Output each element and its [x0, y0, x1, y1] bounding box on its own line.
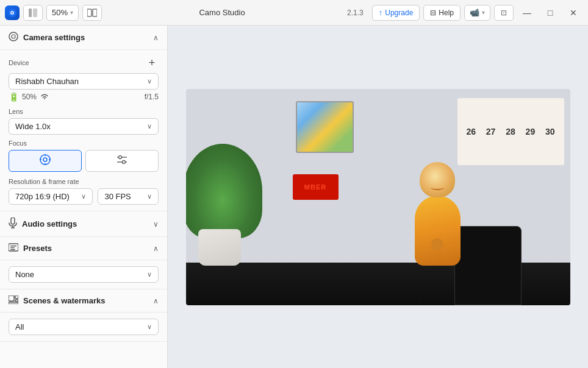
- upgrade-label: Upgrade: [385, 9, 413, 17]
- preview-area: MBER 26 27 28 29 30: [168, 26, 588, 368]
- focus-buttons: [9, 150, 159, 172]
- buddha-smile: [431, 185, 444, 190]
- camera-settings-label: Camera settings: [23, 33, 85, 42]
- audio-settings-chevron-icon: ∨: [153, 220, 159, 228]
- scenes-watermarks-section-header[interactable]: Scenes & watermarks ∧: [0, 289, 167, 313]
- svg-point-7: [9, 32, 18, 41]
- wifi-icon: [40, 93, 49, 102]
- app-title: Camo Studio: [106, 8, 339, 17]
- preview-scene: MBER 26 27 28 29 30: [186, 89, 570, 305]
- video-camera-icon: 📹: [470, 8, 479, 17]
- svg-rect-6: [93, 9, 97, 16]
- focus-manual-button[interactable]: [85, 150, 159, 172]
- phone-device: [454, 226, 522, 305]
- svg-point-10: [43, 158, 47, 161]
- camera-settings-icon: [9, 32, 18, 43]
- aperture-value: f/1.5: [145, 93, 159, 101]
- framerate-dropdown[interactable]: 30 FPS ∨: [98, 188, 159, 205]
- device-label: Device: [9, 59, 29, 66]
- svg-rect-19: [11, 218, 15, 224]
- svg-rect-26: [9, 295, 14, 301]
- svg-point-18: [123, 161, 126, 164]
- lens-value: Wide 1.0x: [15, 122, 51, 131]
- plant: [198, 229, 241, 266]
- scenes-dropdown[interactable]: All ∨: [9, 319, 159, 335]
- device-row: Device +: [9, 56, 159, 69]
- cal-29: 29: [522, 127, 539, 136]
- scenes-watermarks-label: Scenes & watermarks: [23, 296, 105, 305]
- device-dropdown[interactable]: Rishabh Chauhan ∨: [9, 73, 159, 90]
- device-value: Rishabh Chauhan: [15, 77, 79, 86]
- help-icon: ⊟: [430, 9, 436, 17]
- lens-dropdown-arrow-icon: ∨: [147, 122, 152, 130]
- camera-dropdown-arrow: ▾: [482, 9, 485, 16]
- svg-point-9: [40, 155, 50, 165]
- camera-preview: MBER 26 27 28 29 30: [186, 89, 570, 305]
- zoom-value: 50%: [52, 8, 68, 17]
- battery-pct: 50%: [22, 93, 37, 101]
- help-button[interactable]: ⊟ Help: [423, 5, 461, 21]
- svg-rect-25: [10, 249, 15, 250]
- main-content: Camera settings ∧ Device + Rishabh Chauh…: [0, 26, 588, 368]
- split-view-button[interactable]: [82, 5, 102, 21]
- minimize-button[interactable]: —: [517, 5, 537, 21]
- calendar: 26 27 28 29 30: [457, 98, 564, 165]
- plant-leaves: [186, 144, 262, 238]
- pot-body: [198, 229, 241, 266]
- lens-dropdown[interactable]: Wide 1.0x ∨: [9, 118, 159, 135]
- presets-label: Presets: [23, 244, 52, 253]
- focus-target-icon: [39, 154, 51, 168]
- battery-icon: 🔋: [9, 92, 19, 102]
- buddha-hands: [431, 238, 443, 250]
- svg-rect-29: [9, 302, 18, 304]
- app-logo: [5, 5, 20, 20]
- presets-icon: [9, 243, 18, 253]
- help-label: Help: [439, 9, 454, 17]
- focus-auto-button[interactable]: [9, 150, 82, 172]
- framerate-arrow-icon: ∨: [147, 193, 152, 200]
- presets-chevron-icon: ∧: [153, 244, 159, 253]
- audio-settings-section-header[interactable]: Audio settings ∨: [0, 211, 167, 237]
- upgrade-button[interactable]: ↑ Upgrade: [372, 5, 420, 21]
- upgrade-icon: ↑: [379, 8, 383, 17]
- svg-rect-4: [33, 9, 37, 17]
- version-label: 2.1.3: [342, 9, 368, 17]
- maximize-button[interactable]: □: [540, 5, 560, 21]
- scenes-dropdown-arrow-icon: ∨: [147, 323, 152, 331]
- resolution-row: 720p 16:9 (HD) ∨ 30 FPS ∨: [9, 188, 159, 205]
- presets-section-header[interactable]: Presets ∧: [0, 237, 167, 260]
- buddha-head: [420, 162, 455, 197]
- svg-rect-24: [10, 247, 15, 249]
- resolution-dropdown[interactable]: 720p 16:9 (HD) ∨: [9, 188, 93, 205]
- presets-body: None ∨: [0, 260, 167, 289]
- cal-26: 26: [462, 127, 480, 136]
- camera-settings-section-header[interactable]: Camera settings ∧: [0, 26, 167, 50]
- camera-settings-chevron-icon: ∧: [153, 34, 159, 42]
- camera-settings-body: Device + Rishabh Chauhan ∨ 🔋 50%: [0, 50, 167, 211]
- cal-28: 28: [501, 127, 519, 136]
- resolution-label: Resolution & frame rate: [9, 178, 159, 185]
- presets-value: None: [15, 270, 34, 279]
- add-device-button[interactable]: +: [145, 56, 159, 69]
- fullscreen-button[interactable]: ⊡: [494, 5, 514, 21]
- presets-dropdown[interactable]: None ∨: [9, 266, 159, 283]
- red-sign-text: MBER: [304, 183, 326, 191]
- close-button[interactable]: ✕: [564, 5, 583, 21]
- audio-settings-label: Audio settings: [22, 219, 77, 228]
- buddha-body: [415, 196, 461, 266]
- wall-art: [296, 101, 354, 153]
- svg-point-16: [119, 156, 122, 159]
- scenes-value: All: [15, 322, 24, 331]
- focus-sliders-icon: [116, 155, 128, 167]
- sidebar-toggle-button[interactable]: [23, 5, 43, 21]
- camera-device-button[interactable]: 📹 ▾: [464, 5, 490, 21]
- focus-label: Focus: [9, 140, 159, 147]
- presets-dropdown-arrow-icon: ∨: [147, 271, 152, 278]
- svg-rect-3: [29, 9, 32, 17]
- status-row: 🔋 50% f/1.5: [9, 90, 159, 104]
- zoom-control[interactable]: 50% ▾: [46, 5, 79, 21]
- svg-rect-23: [10, 246, 16, 247]
- scenes-chevron-icon: ∧: [153, 297, 159, 305]
- svg-rect-28: [15, 300, 18, 302]
- framerate-value: 30 FPS: [104, 192, 131, 201]
